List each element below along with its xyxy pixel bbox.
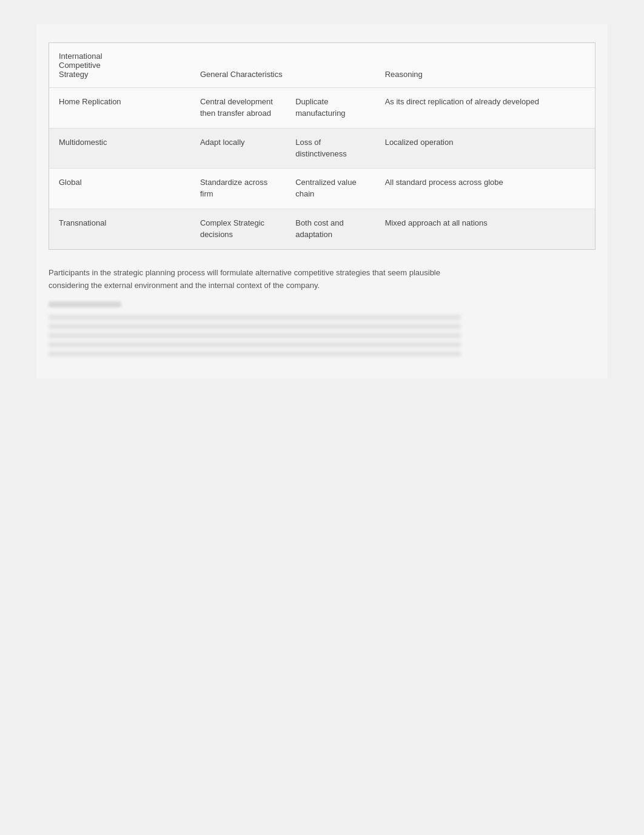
cell-char2: Both cost and adaptation (286, 209, 375, 249)
table-row: Global Standardize across firm Centraliz… (49, 169, 595, 209)
table-row: Transnational Complex Strategic decision… (49, 209, 595, 249)
cell-char2: Centralized value chain (286, 169, 375, 209)
page-container: InternationalCompetitiveStrategy General… (36, 24, 608, 378)
paragraph-content: Participants in the strategic planning p… (49, 267, 461, 292)
table-row: Home Replication Central development the… (49, 88, 595, 129)
header-strategy: InternationalCompetitiveStrategy (49, 43, 190, 88)
cell-reasoning: As its direct replication of already dev… (375, 88, 595, 129)
table-wrapper: InternationalCompetitiveStrategy General… (49, 42, 595, 250)
strategy-table: InternationalCompetitiveStrategy General… (49, 43, 595, 249)
cell-char1: Complex Strategic decisions (190, 209, 286, 249)
cell-reasoning: Mixed approach at all nations (375, 209, 595, 249)
table-row: Multidomestic Adapt locally Loss of dist… (49, 128, 595, 169)
cell-char1: Standardize across firm (190, 169, 286, 209)
blurred-line (49, 351, 461, 357)
cell-strategy: Global (49, 169, 190, 209)
cell-char1: Adapt locally (190, 128, 286, 169)
header-reasoning: Reasoning (375, 43, 595, 88)
blurred-text-block (49, 315, 461, 357)
cell-strategy: Home Replication (49, 88, 190, 129)
blurred-line (49, 342, 461, 347)
blurred-line (49, 324, 461, 329)
cell-char2: Duplicate manufacturing (286, 88, 375, 129)
cell-strategy: Multidomestic (49, 128, 190, 169)
blurred-bar-1 (49, 301, 121, 307)
blurred-section (49, 301, 461, 357)
cell-strategy: Transnational (49, 209, 190, 249)
cell-char2: Loss of distinctiveness (286, 128, 375, 169)
cell-reasoning: Localized operation (375, 128, 595, 169)
cell-char1: Central development then transfer abroad (190, 88, 286, 129)
blurred-line (49, 333, 461, 338)
header-general-characteristics: General Characteristics (190, 43, 375, 88)
cell-reasoning: All standard process across globe (375, 169, 595, 209)
blurred-line (49, 315, 461, 320)
paragraph-text: Participants in the strategic planning p… (49, 267, 461, 292)
